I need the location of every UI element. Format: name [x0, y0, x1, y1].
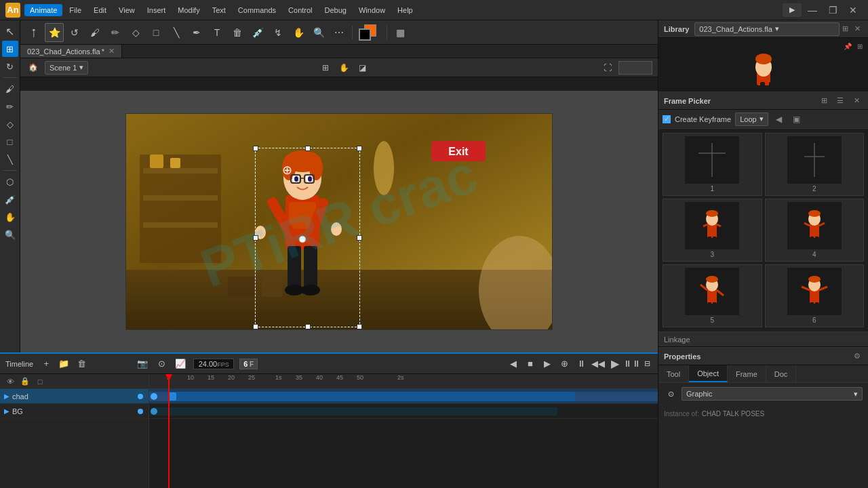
tool-vert-fill[interactable]: ⬡	[2, 174, 18, 190]
fp-close[interactable]: ✕	[850, 95, 863, 107]
handle-tl[interactable]	[253, 146, 258, 151]
pb-loop[interactable]: ⊕	[557, 357, 572, 371]
tool-vert-brush[interactable]: 🖌	[2, 81, 18, 97]
pb-play-reverse[interactable]: ◀◀	[591, 357, 606, 371]
layer-lock-icon[interactable]: 🔒	[19, 375, 31, 388]
prop-settings-btn[interactable]: ⚙	[852, 351, 863, 362]
playhead[interactable]	[168, 374, 170, 488]
menu-animate[interactable]: Animate	[24, 4, 62, 16]
handle-ml[interactable]	[253, 235, 258, 241]
tool-pencil[interactable]: ✏	[106, 23, 125, 42]
lib-close-btn[interactable]: ✕	[852, 24, 863, 35]
pb-play-all[interactable]: ⏸⏸	[625, 357, 639, 371]
tool-pen[interactable]: ✒	[187, 23, 206, 42]
menu-insert[interactable]: Insert	[142, 4, 172, 16]
fp-grid-view[interactable]: ⊞	[818, 95, 830, 107]
handle-br[interactable]	[357, 324, 362, 329]
tool-vert-arrow[interactable]: ↖	[2, 23, 18, 39]
fp-create-keyframe-checkbox[interactable]: ✓	[663, 115, 671, 123]
fp-frame-5[interactable]: 5	[663, 264, 762, 327]
prop-tab-doc[interactable]: Doc	[766, 365, 797, 382]
tool-rectangle[interactable]: □	[146, 23, 165, 42]
menu-file[interactable]: File	[64, 4, 87, 16]
menu-window[interactable]: Window	[353, 4, 391, 16]
menu-modify[interactable]: Modify	[172, 4, 205, 16]
pb-next-frame[interactable]: ▶	[540, 357, 555, 371]
tool-eraser[interactable]: ◇	[126, 23, 145, 42]
prop-tab-tool[interactable]: Tool	[658, 365, 689, 382]
fp-list-view[interactable]: ☰	[834, 95, 846, 107]
zoom-fit-icon[interactable]: ⛶	[599, 60, 616, 75]
fp-frame-2[interactable]: 2	[765, 133, 865, 196]
tool-text[interactable]: T	[208, 23, 226, 42]
scene-hand-icon[interactable]: ✋	[336, 60, 352, 75]
lib-pin[interactable]: 📌	[842, 41, 853, 52]
pb-prev-frame[interactable]: ◀	[506, 357, 521, 371]
menu-help[interactable]: Help	[392, 4, 418, 16]
fp-frames-btn[interactable]: ▣	[790, 113, 804, 126]
scene-dropdown[interactable]: Scene 1 ▾	[45, 61, 88, 75]
fp-loop-dropdown[interactable]: Loop ▾	[735, 113, 768, 126]
tool-vert-eyedrop[interactable]: 💉	[2, 191, 18, 207]
prop-tab-object[interactable]: Object	[689, 365, 728, 382]
close-button[interactable]: ✕	[844, 3, 863, 17]
handle-bl[interactable]	[253, 324, 258, 329]
tool-arrow[interactable]: ⭡	[24, 23, 43, 42]
stage-image[interactable]: Exit	[125, 113, 553, 330]
handle-mr[interactable]	[357, 235, 362, 241]
fp-frame-4[interactable]: 4	[765, 199, 865, 262]
lib-expand[interactable]: ⊞	[854, 41, 865, 52]
file-tab-close[interactable]: ✕	[108, 47, 115, 56]
tool-snap[interactable]: ▦	[391, 23, 410, 42]
tl-camera[interactable]: 📷	[135, 357, 150, 371]
pb-pause[interactable]: ⏸	[574, 357, 589, 371]
layer-visibility-icon[interactable]: 👁	[4, 375, 16, 388]
tl-folder[interactable]: 📁	[56, 357, 71, 371]
tool-lasso[interactable]: ↯	[269, 23, 288, 42]
fp-prev-btn[interactable]: ◀	[772, 113, 786, 126]
menu-text[interactable]: Text	[207, 4, 231, 16]
handle-tm[interactable]	[305, 146, 311, 151]
tl-collapse[interactable]: ⊟	[642, 359, 652, 369]
tool-transform[interactable]: ⭐	[45, 23, 64, 42]
file-tab[interactable]: 023_Chad_Actions.fla * ✕	[20, 45, 122, 58]
library-file-dropdown[interactable]: 023_Chad_Actions.fla ▾	[694, 22, 840, 36]
zoom-input[interactable]: 32%	[618, 61, 652, 75]
tool-hand[interactable]: ✋	[289, 23, 308, 42]
fp-frame-3[interactable]: 3	[663, 199, 762, 262]
tool-vert-transform[interactable]: ⊞	[2, 41, 18, 57]
prop-tab-frame[interactable]: Frame	[728, 365, 766, 382]
layer-bg[interactable]: ▶ BG	[0, 404, 149, 419]
tool-vert-pencil[interactable]: ✏	[2, 98, 18, 115]
tool-vert-eraser[interactable]: ◇	[2, 116, 18, 132]
menu-debug[interactable]: Debug	[319, 4, 352, 16]
tool-vert-zoom[interactable]: 🔍	[2, 226, 18, 243]
tool-vert-line[interactable]: ╲	[2, 151, 18, 167]
layer-chad[interactable]: ▶ chad	[0, 389, 149, 404]
menu-edit[interactable]: Edit	[88, 4, 112, 16]
tool-rotate[interactable]: ↺	[65, 23, 84, 42]
fp-frame-6[interactable]: 6	[765, 264, 865, 327]
prop-type-dropdown[interactable]: Graphic ▾	[682, 387, 863, 401]
lib-expand-btn[interactable]: ⊞	[840, 24, 850, 35]
pb-play[interactable]: ▶	[608, 357, 623, 371]
play-button[interactable]: ▶	[783, 3, 802, 17]
color-selector[interactable]	[359, 23, 380, 42]
scene-snap-icon[interactable]: ◪	[354, 60, 370, 75]
scene-home-icon[interactable]: 🏠	[26, 60, 41, 75]
handle-tr[interactable]	[357, 146, 362, 151]
tool-brush[interactable]: 🖌	[85, 23, 104, 42]
stroke-color-box[interactable]	[359, 28, 371, 41]
tool-vert-hand[interactable]: ✋	[2, 209, 18, 225]
fp-frame-1[interactable]: 1	[663, 133, 762, 196]
menu-view[interactable]: View	[113, 4, 140, 16]
tool-more[interactable]: ⋯	[330, 23, 349, 42]
minimize-button[interactable]: —	[803, 3, 822, 17]
tool-zoom[interactable]: 🔍	[309, 23, 328, 42]
scene-align-icon[interactable]: ⊞	[317, 60, 334, 75]
tl-trash[interactable]: 🗑	[74, 357, 89, 371]
handle-bm[interactable]	[305, 324, 311, 329]
tl-add-layer[interactable]: +	[39, 357, 54, 371]
tool-line[interactable]: ╲	[167, 23, 186, 42]
tl-onion[interactable]: ⊙	[154, 357, 169, 371]
